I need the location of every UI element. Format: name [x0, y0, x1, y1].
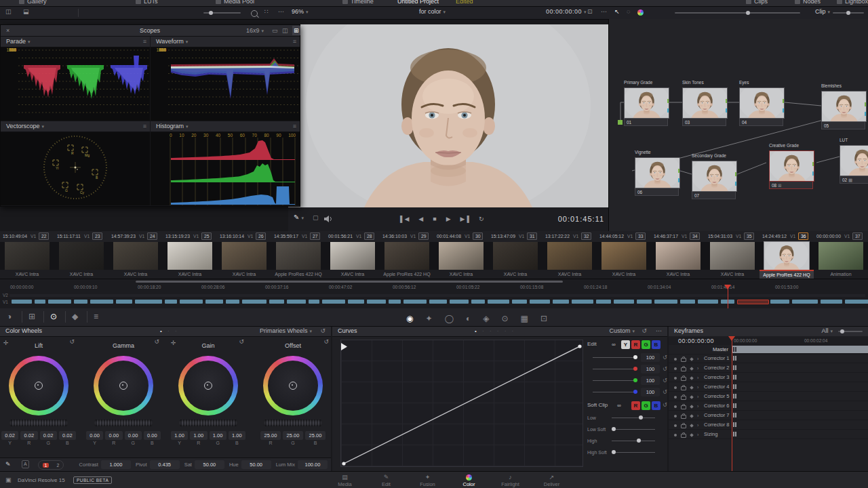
clip-thumbnail-cell[interactable] [705, 242, 760, 270]
clip-header[interactable]: 15:10:49:04V122 [0, 231, 54, 242]
clip-thumbnail-cell[interactable] [651, 242, 705, 270]
keyframe-diamond-icon[interactable] [690, 395, 694, 399]
clip-thumbnail-cell[interactable] [108, 242, 163, 270]
timeline-clip-segment[interactable] [845, 300, 868, 304]
keyframe-playhead-line[interactable] [732, 336, 732, 471]
node-key-input-port[interactable] [635, 179, 638, 184]
timeline-clip-segment[interactable] [165, 300, 177, 304]
y-mix-slider[interactable] [593, 357, 637, 358]
color-match-tool-icon[interactable]: ⊙ [50, 312, 57, 321]
clip-thumbnail-cell[interactable] [597, 242, 651, 270]
timeline-clip-segment[interactable] [450, 300, 469, 304]
search-icon[interactable] [251, 10, 258, 18]
timeline-clip-segment[interactable] [792, 300, 818, 304]
wheel-page-selector[interactable]: 1 2 [38, 460, 64, 470]
param-value[interactable]: 1.00 [171, 431, 188, 440]
node-key-output-port[interactable] [735, 182, 737, 186]
playhead-line[interactable] [728, 289, 728, 309]
timeline-clip-segment[interactable] [269, 300, 284, 304]
param-value[interactable]: 0.00 [105, 431, 122, 440]
keyframe-marks[interactable] [733, 356, 736, 361]
tracker-tool-icon[interactable]: ⊞ [28, 312, 35, 321]
gain-color-wheel[interactable] [178, 356, 238, 415]
timeline-clip-segment[interactable] [367, 300, 386, 304]
dual-view-icon[interactable]: ◫ [282, 25, 288, 36]
onion-skin-icon[interactable]: ▢ [313, 214, 319, 221]
chevron-right-icon[interactable]: › [697, 357, 698, 361]
node-input-port[interactable] [769, 163, 772, 168]
param-value[interactable]: 0.00 [144, 431, 161, 440]
chevron-right-icon[interactable]: › [697, 394, 698, 399]
timeline-clip-segment[interactable] [48, 300, 71, 304]
timeline-clip-segment[interactable] [471, 300, 485, 304]
timeline-clip-segment[interactable] [553, 300, 569, 304]
softclip-b-button[interactable]: B [652, 401, 660, 410]
timeline-clip-segment[interactable] [614, 300, 634, 304]
node-input-port[interactable] [739, 100, 743, 105]
keyframe-marks[interactable] [733, 394, 736, 399]
keyframe-diamond-icon[interactable] [690, 405, 694, 409]
keyframe-marks[interactable] [733, 422, 736, 427]
clip-header[interactable]: 13:16:10:14V126 [217, 231, 271, 242]
palette-tab-icon[interactable]: ◉ [406, 314, 413, 323]
timeline-clip-segment[interactable] [74, 300, 87, 304]
timeline-clip-segment[interactable] [821, 300, 842, 304]
softclip-g-button[interactable]: G [642, 401, 650, 410]
clip-thumbnail-cell[interactable] [760, 242, 814, 270]
param-value[interactable]: 1.00 [190, 431, 207, 440]
reset-icon[interactable]: ↺ [663, 402, 667, 408]
transport-button[interactable]: ▶ [446, 216, 451, 222]
more-options-icon[interactable]: ⋯ [601, 8, 607, 15]
keyframe-diamond-icon[interactable] [690, 376, 694, 380]
panel-pagination[interactable]: • · · · · · [475, 326, 515, 336]
clip-thumbnail-cell[interactable] [434, 242, 488, 270]
keyframe-marks[interactable] [733, 403, 736, 408]
node-key-input-port[interactable] [682, 109, 686, 115]
chevron-right-icon[interactable]: › [697, 423, 698, 428]
keyframe-marks[interactable] [733, 432, 736, 436]
timeline-clip-segment[interactable] [322, 300, 345, 304]
reset-icon[interactable]: ↺ [239, 338, 244, 345]
curve-graph[interactable] [340, 340, 583, 467]
param-value[interactable]: 25.00 [283, 431, 303, 440]
chevron-right-icon[interactable]: › [697, 413, 698, 418]
clip-thumbnail[interactable] [547, 242, 592, 270]
clip-header[interactable]: 00:01:56:21V128 [326, 231, 380, 242]
timeline-clip-segment[interactable] [429, 300, 447, 304]
tab-gallery[interactable]: Gallery [19, 0, 47, 5]
tab-luts[interactable]: LUTs [136, 0, 158, 5]
keyframe-marks[interactable] [733, 375, 736, 380]
pen-tool-icon[interactable]: ✎▾ [294, 214, 304, 221]
g-mix-value[interactable]: 100 [641, 376, 660, 385]
chevron-right-icon[interactable]: › [697, 375, 698, 380]
lock-icon[interactable] [681, 358, 686, 362]
node-output-port[interactable] [812, 162, 814, 166]
wheel-mode-selector[interactable]: Primaries Wheels▾ [260, 326, 312, 336]
channel-r-button[interactable]: R [631, 340, 640, 349]
master-timecode[interactable]: 00:00:00:00▾ [546, 8, 587, 15]
param-value[interactable]: 0.02 [59, 431, 76, 440]
offset-master-wheel[interactable] [264, 420, 322, 426]
enable-dot-icon[interactable] [674, 434, 677, 436]
page-tab[interactable]: ▤ Media [324, 472, 366, 488]
node-input-port[interactable] [624, 100, 627, 105]
cursor-tool-icon[interactable]: ↖ [614, 8, 620, 15]
enable-dot-icon[interactable] [674, 424, 677, 427]
scopes-aspect-selector[interactable]: 16x9▾ [246, 25, 264, 37]
parade-header[interactable]: Parade▾≡ [1, 37, 150, 47]
keyframe-marks[interactable] [733, 413, 736, 418]
sliders-tool-icon[interactable]: ≡ [94, 312, 98, 321]
page-tab[interactable]: ♪ Fairlight [490, 472, 531, 488]
page-tab[interactable]: ↗ Deliver [531, 472, 572, 488]
node-key-output-port[interactable] [678, 178, 680, 182]
auto-balance-icon[interactable]: A [22, 460, 29, 468]
waveform-settings-icon[interactable]: ≡ [293, 37, 296, 47]
keyframe-marks[interactable] [733, 384, 736, 389]
waveform-header[interactable]: Waveform▾≡ [151, 37, 300, 47]
param-value[interactable]: 25.00 [260, 431, 281, 440]
node-key-output-port[interactable] [865, 112, 867, 116]
adjust-value[interactable]: 50.00 [241, 460, 271, 469]
param-value[interactable]: 0.02 [40, 431, 57, 440]
timeline-clip-segment[interactable] [572, 300, 593, 304]
page-tab[interactable]: Color [448, 472, 490, 488]
